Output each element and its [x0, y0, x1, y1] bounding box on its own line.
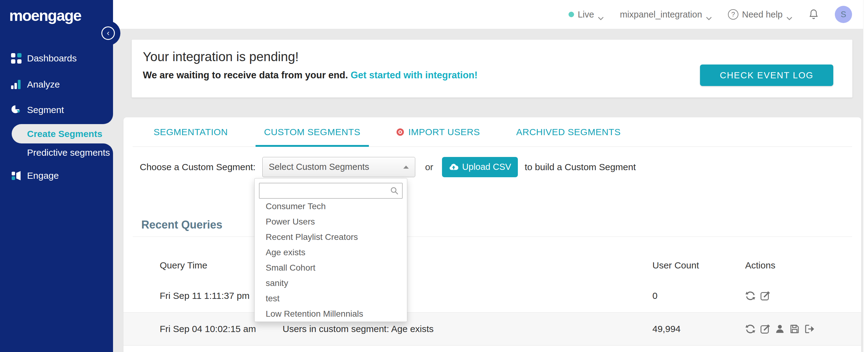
project-name: mixpanel_integration [620, 9, 702, 20]
get-started-link[interactable]: Get started with integration! [350, 70, 477, 81]
dropdown-option[interactable]: Low Retention Millennials [255, 306, 407, 322]
refresh-icon[interactable] [745, 291, 755, 301]
sidebar-item-create-segments[interactable]: Create Segments [12, 124, 113, 143]
user-count-cell: 49,994 [652, 324, 745, 334]
actions-cell [745, 324, 861, 334]
sidebar-item-label: Analyze [27, 79, 60, 90]
chevron-up-icon [403, 165, 409, 169]
dropdown-search [259, 183, 403, 199]
custom-segment-select[interactable]: Select Custom Segments [262, 157, 415, 177]
question-circle-icon: ? [728, 9, 738, 20]
sidebar-corner-top [103, 114, 113, 124]
env-selector[interactable]: Live [568, 9, 604, 20]
integration-banner: Your integration is pending! We are wait… [131, 39, 852, 98]
table-header: Query Time User Count Actions [123, 252, 861, 279]
choose-segment-label: Choose a Custom Segment: [140, 162, 255, 172]
table-row: Fri Sep 11 1:11:37 pm 0 [123, 279, 861, 312]
tab-label: ARCHIVED SEGMENTS [516, 127, 620, 137]
banner-message: We are waiting to receive data from your… [143, 70, 477, 81]
export-icon[interactable] [804, 324, 814, 334]
cloud-upload-icon [449, 162, 459, 172]
sidebar-item-engage[interactable]: Engage [0, 166, 113, 185]
sidebar-item-dashboards[interactable]: Dashboards [0, 49, 113, 68]
sidebar-item-predictive-segments[interactable]: Predictive segments [0, 143, 113, 162]
sidebar-item-segment[interactable]: Segment [0, 101, 113, 119]
col-user-count: User Count [652, 260, 745, 270]
upload-csv-label: Upload CSV [462, 162, 512, 172]
dashboards-icon [11, 53, 22, 64]
segment-icon [11, 105, 22, 115]
segment-picker-row: Choose a Custom Segment: Select Custom S… [140, 156, 636, 178]
sidebar-item-analyze[interactable]: Analyze [0, 75, 113, 94]
col-actions: Actions [745, 260, 861, 270]
chevron-down-icon [706, 12, 712, 17]
sidebar-item-label: Dashboards [27, 53, 77, 64]
chevron-down-icon [598, 12, 604, 17]
tab-import-users[interactable]: IMPORT USERS [389, 117, 488, 147]
query-cell: Users in custom segment: Age exists [283, 324, 652, 334]
or-text: or [425, 162, 433, 172]
dropdown-option[interactable]: Small Cohort [255, 260, 407, 276]
upload-csv-button[interactable]: Upload CSV [442, 157, 518, 177]
dropdown-search-input[interactable] [259, 183, 403, 199]
segments-card: SEGMENTATION CUSTOM SEGMENTS IMPORT USER… [123, 117, 861, 352]
tab-label: SEGMENTATION [154, 127, 228, 137]
tab-segmentation[interactable]: SEGMENTATION [146, 117, 236, 147]
tab-label: CUSTOM SEGMENTS [264, 127, 361, 137]
record-dot-icon [397, 128, 404, 136]
env-label: Live [578, 9, 594, 20]
chevron-down-icon [786, 12, 793, 17]
live-dot-icon [568, 12, 574, 17]
dropdown-option[interactable]: sanity [255, 276, 407, 291]
sidebar: moengage Dashboards Analyze Segment Crea… [0, 0, 113, 352]
dropdown-options: Consumer Tech Power Users Recent Playlis… [255, 199, 407, 322]
sidebar-item-label: Segment [27, 105, 64, 115]
actions-cell [745, 291, 861, 301]
dropdown-option[interactable]: test [255, 291, 407, 306]
tab-label: IMPORT USERS [408, 127, 480, 137]
notifications-bell-icon[interactable] [808, 9, 819, 20]
engage-icon [11, 170, 22, 181]
tabs-row: SEGMENTATION CUSTOM SEGMENTS IMPORT USER… [123, 117, 861, 147]
sidebar-item-label: Engage [27, 170, 59, 181]
tab-custom-segments[interactable]: CUSTOM SEGMENTS [256, 117, 369, 147]
sidebar-collapse-button[interactable]: ‹ [101, 26, 115, 40]
custom-segments-dropdown: Consumer Tech Power Users Recent Playlis… [254, 178, 407, 322]
table-row: Fri Sep 04 10:02:15 am Users in custom s… [123, 312, 861, 346]
build-segment-text: to build a Custom Segment [525, 162, 636, 172]
user-icon[interactable] [775, 324, 785, 334]
topbar: Live mixpanel_integration ? Need help S [113, 0, 863, 29]
sidebar-item-label: Predictive segments [27, 148, 110, 158]
user-avatar[interactable]: S [835, 6, 852, 23]
recent-queries-title: Recent Queries [141, 218, 222, 231]
need-help-menu[interactable]: ? Need help [728, 9, 793, 20]
dropdown-option[interactable]: Power Users [255, 214, 407, 229]
moengage-logo: moengage [9, 7, 81, 25]
scrollbar-track[interactable] [863, 0, 868, 352]
check-event-log-button[interactable]: CHECK EVENT LOG [700, 64, 833, 86]
banner-title: Your integration is pending! [143, 50, 299, 64]
query-time-cell: Fri Sep 04 10:02:15 am [160, 324, 283, 334]
edit-icon[interactable] [760, 324, 770, 334]
sidebar-item-label: Create Segments [27, 129, 102, 139]
divider [133, 236, 852, 237]
analyze-icon [11, 79, 22, 90]
dropdown-option[interactable]: Recent Playlist Creators [255, 229, 407, 245]
select-value: Select Custom Segments [269, 162, 403, 172]
tab-archived-segments[interactable]: ARCHIVED SEGMENTS [508, 117, 628, 147]
save-icon[interactable] [789, 324, 800, 334]
search-icon [390, 186, 399, 195]
refresh-icon[interactable] [745, 324, 755, 334]
project-selector[interactable]: mixpanel_integration [620, 9, 712, 20]
dropdown-option[interactable]: Consumer Tech [255, 199, 407, 214]
dropdown-option[interactable]: Age exists [255, 245, 407, 260]
user-count-cell: 0 [652, 291, 745, 301]
edit-icon[interactable] [760, 291, 770, 301]
banner-message-text: We are waiting to receive data from your… [143, 70, 348, 81]
need-help-label: Need help [742, 9, 783, 20]
